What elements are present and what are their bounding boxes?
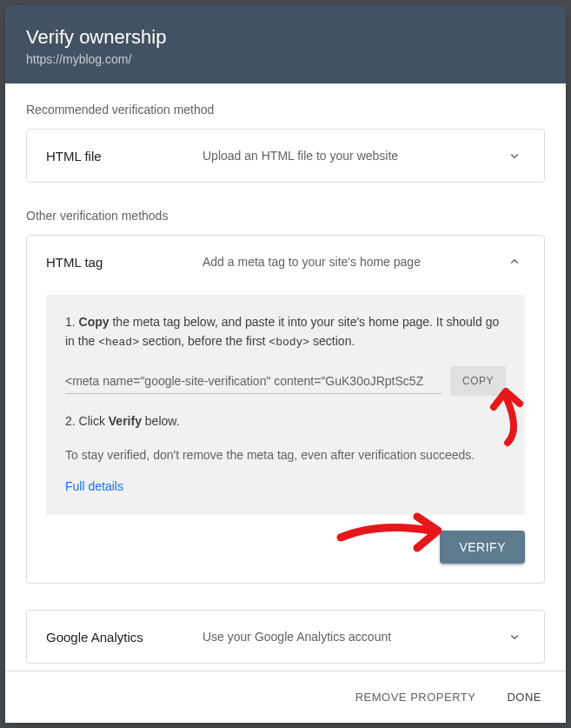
html-file-title: HTML file [46,149,203,164]
meta-tag-input[interactable] [65,369,442,394]
dialog-footer: REMOVE PROPERTY DONE [5,671,566,723]
done-button[interactable]: DONE [503,684,545,711]
analytics-card: Google Analytics Use your Google Analyti… [26,610,545,664]
dialog-body[interactable]: Recommended verification method HTML fil… [5,83,566,671]
verify-row: VERIFY [27,515,544,583]
analytics-desc: Use your Google Analytics account [203,630,504,644]
html-tag-card: HTML tag Add a meta tag to your site's h… [26,235,545,584]
html-file-card: HTML file Upload an HTML file to your we… [26,129,545,183]
remove-property-button[interactable]: REMOVE PROPERTY [352,684,480,711]
html-tag-expanded: 1. Copy the meta tag below, and paste it… [46,295,525,515]
html-file-row[interactable]: HTML file Upload an HTML file to your we… [27,130,544,182]
verify-ownership-dialog: Verify ownership https://myblog.com/ Rec… [5,5,566,723]
chevron-down-icon [504,145,525,166]
other-methods-label: Other verification methods [26,209,545,223]
verification-note: To stay verified, don't remove the meta … [65,445,506,464]
analytics-row[interactable]: Google Analytics Use your Google Analyti… [27,611,544,663]
dialog-subtitle: https://myblog.com/ [26,52,545,66]
meta-tag-row: COPY [65,366,506,396]
html-tag-row[interactable]: HTML tag Add a meta tag to your site's h… [27,236,544,288]
step-2: 2. Click Verify below. [65,411,506,431]
recommended-label: Recommended verification method [26,103,545,117]
html-tag-title: HTML tag [46,255,203,270]
full-details-link[interactable]: Full details [65,477,123,496]
dialog-header: Verify ownership https://myblog.com/ [5,5,566,83]
html-tag-desc: Add a meta tag to your site's home page [203,255,504,269]
dialog-title: Verify ownership [26,26,545,49]
chevron-down-icon [504,626,525,647]
step-1: 1. Copy the meta tag below, and paste it… [65,312,506,352]
copy-button[interactable]: COPY [450,366,506,396]
chevron-up-icon [504,251,525,272]
other-methods-stack: Google Analytics Use your Google Analyti… [26,610,545,671]
verify-button[interactable]: VERIFY [440,531,525,564]
html-file-desc: Upload an HTML file to your website [203,149,504,163]
analytics-title: Google Analytics [46,630,203,645]
